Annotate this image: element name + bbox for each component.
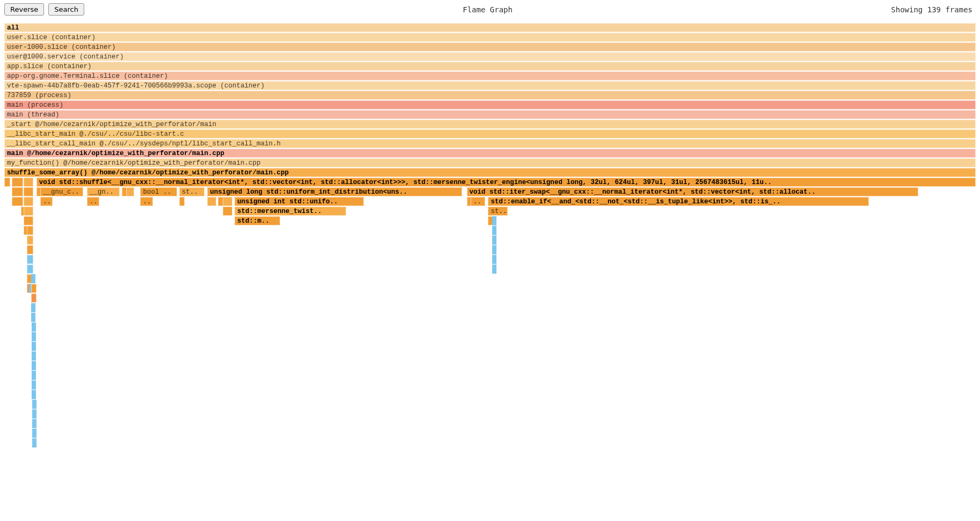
flame-row: user.slice (container) xyxy=(4,33,976,42)
flame-row: ......unsigned int std::unifo....std::en… xyxy=(4,197,976,206)
flame-frame[interactable]: unsigned long std::uniform_int_distribut… xyxy=(207,187,462,196)
flame-frame[interactable]: void std::iter_swap<__gnu_cxx::__normal_… xyxy=(467,187,919,196)
flame-graph[interactable]: alluser.slice (container)user-1000.slice… xyxy=(4,23,976,447)
flame-frame[interactable] xyxy=(32,380,36,390)
flame-frame[interactable]: main @/home/cezarnik/optimize_with_perfo… xyxy=(4,149,976,158)
flame-frame[interactable] xyxy=(12,197,24,206)
flame-frame[interactable]: main (process) xyxy=(4,100,976,109)
flame-frame[interactable] xyxy=(31,284,36,293)
flame-frame[interactable] xyxy=(24,178,33,187)
flame-row xyxy=(4,226,976,235)
flame-row xyxy=(4,390,976,399)
flame-frame[interactable] xyxy=(27,245,34,254)
flame-frame[interactable]: all xyxy=(4,23,976,32)
flame-frame[interactable]: user.slice (container) xyxy=(4,33,976,42)
flame-frame[interactable]: std::mersenne_twist.. xyxy=(235,207,346,216)
flame-frame[interactable]: __libc_start_main @./csu/../csu/libc-sta… xyxy=(4,129,976,138)
flame-frame[interactable] xyxy=(24,207,33,216)
flame-frame[interactable]: .. xyxy=(471,197,485,206)
flame-row: main (process) xyxy=(4,100,976,109)
flame-row xyxy=(4,255,976,264)
flame-frame[interactable] xyxy=(27,226,34,235)
flame-row xyxy=(4,438,976,447)
flame-frame[interactable] xyxy=(492,265,496,274)
flame-frame[interactable] xyxy=(27,255,34,264)
flame-frame[interactable] xyxy=(32,409,36,419)
flame-row xyxy=(4,342,976,351)
flame-frame[interactable]: bool .. xyxy=(140,187,177,196)
flame-frame[interactable]: .. xyxy=(87,197,100,206)
flame-frame[interactable]: user-1000.slice (container) xyxy=(4,42,976,52)
flame-frame[interactable] xyxy=(27,236,34,245)
flame-frame[interactable] xyxy=(31,313,35,322)
flame-row: __libc_start_call_main @./csu/../sysdeps… xyxy=(4,139,976,148)
flame-frame[interactable]: __libc_start_call_main @./csu/../sysdeps… xyxy=(4,139,976,148)
flame-frame[interactable] xyxy=(32,322,36,332)
flame-frame[interactable]: main (thread) xyxy=(4,110,976,119)
flame-frame[interactable] xyxy=(27,265,34,274)
flame-frame[interactable] xyxy=(492,255,496,264)
flame-row: _start @/home/cezarnik/optimize_with_per… xyxy=(4,120,976,129)
flame-frame[interactable]: std::enable_if<__and_<std::__not_<std::_… xyxy=(488,197,869,206)
flame-frame[interactable] xyxy=(32,361,36,370)
flame-frame[interactable]: my_function() @/home/cezarnik/optimize_w… xyxy=(4,158,976,167)
flame-row: std::m.. xyxy=(4,216,976,225)
flame-frame[interactable]: .. xyxy=(140,197,153,206)
flame-frame[interactable]: _start @/home/cezarnik/optimize_with_per… xyxy=(4,120,976,129)
flame-frame[interactable] xyxy=(126,187,134,196)
flame-row xyxy=(4,400,976,409)
flame-frame[interactable] xyxy=(32,342,36,351)
flame-frame[interactable]: std::m.. xyxy=(235,216,280,225)
flame-frame[interactable]: .. xyxy=(40,197,53,206)
flame-frame[interactable] xyxy=(492,245,496,254)
flame-frame[interactable] xyxy=(32,429,36,438)
flame-frame[interactable] xyxy=(207,197,216,206)
flame-frame[interactable]: 737859 (process) xyxy=(4,91,976,100)
flame-frame[interactable] xyxy=(12,178,24,187)
reverse-button[interactable]: Reverse xyxy=(4,3,44,16)
flame-row xyxy=(4,361,976,370)
flame-frame[interactable]: vte-spawn-44b7a8fb-0eab-457f-9241-700566… xyxy=(4,81,976,90)
flame-frame[interactable]: user@1000.service (container) xyxy=(4,52,976,61)
flame-frame[interactable]: shuffle_some_array() @/home/cezarnik/opt… xyxy=(4,168,976,177)
flame-frame[interactable]: app.slice (container) xyxy=(4,62,976,71)
flame-frame[interactable] xyxy=(32,419,36,428)
flame-frame[interactable] xyxy=(31,293,36,303)
flame-frame[interactable] xyxy=(31,303,35,312)
flame-frame[interactable] xyxy=(24,187,33,196)
flame-frame[interactable] xyxy=(223,207,232,216)
flame-frame[interactable] xyxy=(32,400,36,409)
flame-frame[interactable]: __gn.. xyxy=(87,187,120,196)
flame-row: __gnu_c..__gn..bool ..st..unsigned long … xyxy=(4,187,976,196)
flame-row xyxy=(4,236,976,245)
flame-frame[interactable] xyxy=(31,274,35,283)
flame-frame[interactable]: app-org.gnome.Terminal.slice (container) xyxy=(4,71,976,80)
flame-frame[interactable] xyxy=(492,236,496,245)
flame-frame[interactable]: st.. xyxy=(179,187,204,196)
flame-frame[interactable] xyxy=(492,216,496,225)
flame-row: vte-spawn-44b7a8fb-0eab-457f-9241-700566… xyxy=(4,81,976,90)
flame-frame[interactable] xyxy=(179,197,185,206)
flame-frame[interactable] xyxy=(32,390,36,399)
flame-frame[interactable]: void std::shuffle<__gnu_cxx::__normal_it… xyxy=(36,178,976,187)
flame-frame[interactable] xyxy=(32,371,36,380)
flame-frame[interactable] xyxy=(492,226,496,235)
flame-row xyxy=(4,409,976,419)
flame-frame[interactable]: st.. xyxy=(488,207,507,216)
flame-frame[interactable] xyxy=(32,332,36,341)
search-button[interactable]: Search xyxy=(48,3,84,16)
flame-frame[interactable] xyxy=(4,178,10,187)
flame-row: app.slice (container) xyxy=(4,62,976,71)
flame-row xyxy=(4,332,976,341)
flame-frame[interactable]: unsigned int std::unifo.. xyxy=(235,197,364,206)
flame-frame[interactable] xyxy=(223,197,232,206)
flame-frame[interactable] xyxy=(24,216,33,225)
flame-row: void std::shuffle<__gnu_cxx::__normal_it… xyxy=(4,178,976,187)
flame-frame[interactable] xyxy=(32,351,36,361)
page-title: Flame Graph xyxy=(84,5,891,14)
flame-frame[interactable] xyxy=(24,197,33,206)
flame-frame[interactable]: __gnu_c.. xyxy=(40,187,83,196)
flame-row xyxy=(4,265,976,274)
flame-frame[interactable] xyxy=(32,438,36,447)
flame-frame[interactable] xyxy=(12,187,24,196)
